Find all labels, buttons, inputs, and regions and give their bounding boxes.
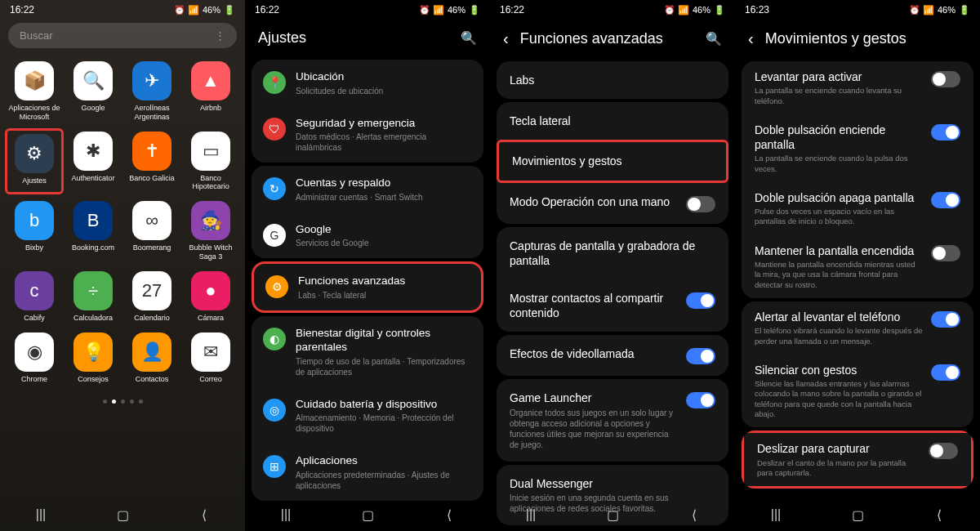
item-title: Movimientos y gestos bbox=[512, 154, 713, 168]
toggle-switch[interactable] bbox=[931, 124, 960, 141]
header: ‹ Movimientos y gestos bbox=[735, 20, 980, 58]
settings-item[interactable]: ◐Bienestar digital y controles parentale… bbox=[252, 316, 483, 387]
toggle-switch[interactable] bbox=[686, 292, 715, 309]
recents-button[interactable]: ||| bbox=[33, 506, 49, 523]
home-button[interactable]: ▢ bbox=[849, 506, 866, 523]
app-label: Aerolíneas Argentinas bbox=[124, 104, 180, 122]
app-calendario[interactable]: 27Calendario bbox=[122, 268, 181, 326]
settings-item[interactable]: Tecla lateral bbox=[497, 102, 728, 140]
toggle-switch[interactable] bbox=[686, 196, 715, 212]
toggle-switch[interactable] bbox=[686, 392, 715, 408]
app-banco-hipotecario[interactable]: ▭Banco Hipotecario bbox=[181, 128, 240, 195]
settings-item[interactable]: Levantar para activarLa pantalla se enci… bbox=[742, 61, 973, 114]
back-icon[interactable]: ‹ bbox=[503, 29, 509, 48]
recents-button[interactable]: ||| bbox=[768, 506, 784, 523]
status-time: 16:22 bbox=[10, 4, 34, 16]
item-subtitle: Datos médicos · Alertas emergencia inalá… bbox=[296, 132, 472, 153]
settings-item[interactable]: Silenciar con gestosSilencie las llamada… bbox=[742, 355, 973, 428]
settings-item[interactable]: 🛡Seguridad y emergenciaDatos médicos · A… bbox=[252, 106, 483, 163]
app-booking.com[interactable]: BBooking.com bbox=[64, 198, 122, 265]
settings-item[interactable]: 📍UbicaciónSolicitudes de ubicación bbox=[252, 60, 483, 106]
settings-item[interactable]: Capturas de pantalla y grabadora de pant… bbox=[497, 227, 728, 279]
app-ajustes[interactable]: ⚙Ajustes bbox=[5, 128, 64, 195]
app-icon: ⚙ bbox=[15, 134, 54, 173]
item-subtitle: Silencie las llamadas entrantes y las al… bbox=[755, 379, 923, 419]
recents-button[interactable]: ||| bbox=[278, 506, 294, 523]
more-icon[interactable]: ⋮ bbox=[215, 29, 225, 42]
toggle-switch[interactable] bbox=[931, 364, 960, 381]
toggle-switch[interactable] bbox=[929, 443, 958, 459]
item-title: Cuidado batería y dispositivo bbox=[296, 397, 472, 412]
toggle-switch[interactable] bbox=[686, 348, 715, 364]
app-boomerang[interactable]: ∞Boomerang bbox=[122, 198, 181, 265]
header: Ajustes 🔍 bbox=[245, 20, 490, 56]
settings-item[interactable]: GGoogleServicios de Google bbox=[252, 212, 483, 259]
app-aerolíneas-argentinas[interactable]: ✈Aerolíneas Argentinas bbox=[122, 58, 181, 125]
settings-item[interactable]: Movimientos y gestos bbox=[497, 140, 728, 182]
home-button[interactable]: ▢ bbox=[114, 506, 131, 523]
app-label: Bixby bbox=[25, 243, 43, 252]
app-bubble-witch-saga-3[interactable]: 🧙Bubble Witch Saga 3 bbox=[181, 198, 240, 265]
toggle-switch[interactable] bbox=[931, 192, 960, 208]
settings-item[interactable]: Efectos de videollamada bbox=[497, 335, 728, 376]
settings-item[interactable]: Deslizar para capturarDeslizar el canto … bbox=[742, 431, 973, 489]
item-subtitle: Organice todos sus juegos en un solo lug… bbox=[510, 408, 678, 450]
app-label: Chrome bbox=[21, 375, 47, 384]
app-authenticator[interactable]: ✱Authenticator bbox=[64, 128, 122, 195]
item-subtitle: Almacenamiento · Memoria · Protección de… bbox=[296, 413, 472, 434]
nav-bar: ||| ▢ ⟨ bbox=[0, 498, 245, 531]
toggle-switch[interactable] bbox=[931, 311, 960, 328]
back-button[interactable]: ⟨ bbox=[196, 506, 212, 523]
search-input[interactable]: Buscar ⋮ bbox=[8, 23, 237, 48]
app-label: Boomerang bbox=[133, 243, 172, 252]
app-google[interactable]: 🔍Google bbox=[64, 58, 122, 125]
app-calculadora[interactable]: ÷Calculadora bbox=[64, 268, 122, 326]
app-cabify[interactable]: cCabify bbox=[5, 268, 64, 326]
app-consejos[interactable]: 💡Consejos bbox=[64, 329, 122, 387]
settings-item[interactable]: Mantener la pantalla encendidaMantiene l… bbox=[742, 235, 973, 298]
item-title: Game Launcher bbox=[510, 390, 678, 405]
settings-item[interactable]: Alertar al levantar el teléfonoEl teléfo… bbox=[742, 301, 973, 355]
item-icon: ⊞ bbox=[263, 455, 286, 478]
app-correo[interactable]: ✉Correo bbox=[181, 329, 240, 387]
settings-item[interactable]: Doble pulsación enciende pantallaLa pant… bbox=[742, 114, 973, 182]
status-time: 16:22 bbox=[255, 4, 279, 16]
app-drawer-screen: 16:22 ⏰ 📶 46%🔋 Buscar ⋮ 📦Aplicaciones de… bbox=[0, 0, 245, 531]
item-icon: 🛡 bbox=[263, 118, 286, 141]
settings-item[interactable]: ⊞AplicacionesAplicaciones predeterminada… bbox=[252, 444, 483, 501]
settings-screen: 16:22 ⏰ 📶 46%🔋 Ajustes 🔍 📍UbicaciónSolic… bbox=[245, 0, 490, 531]
settings-item[interactable]: Mostrar contactos al compartir contenido bbox=[497, 279, 728, 332]
back-button[interactable]: ⟨ bbox=[441, 506, 457, 523]
app-contactos[interactable]: 👤Contactos bbox=[122, 329, 181, 387]
settings-item[interactable]: ⚙Funciones avanzadasLabs · Tecla lateral bbox=[254, 264, 481, 310]
settings-item[interactable]: Game LauncherOrganice todos sus juegos e… bbox=[497, 379, 728, 461]
app-icon: b bbox=[15, 201, 54, 240]
settings-item[interactable]: Doble pulsación apaga pantallaPulse dos … bbox=[742, 182, 973, 235]
app-banco-galicia[interactable]: ✝Banco Galicia bbox=[122, 128, 181, 195]
settings-item[interactable]: Labs bbox=[497, 61, 728, 99]
app-chrome[interactable]: ◉Chrome bbox=[5, 329, 64, 387]
app-bixby[interactable]: bBixby bbox=[5, 198, 64, 265]
back-icon[interactable]: ‹ bbox=[748, 29, 754, 48]
search-icon[interactable]: 🔍 bbox=[706, 31, 722, 47]
item-subtitle: Servicios de Google bbox=[296, 238, 472, 248]
home-button[interactable]: ▢ bbox=[359, 506, 376, 523]
page-title: Funciones avanzadas bbox=[520, 30, 694, 47]
item-subtitle: Deslizar el canto de la mano por la pant… bbox=[757, 458, 920, 479]
toggle-switch[interactable] bbox=[931, 245, 960, 261]
item-icon: ⚙ bbox=[265, 275, 288, 298]
status-bar: 16:22 ⏰ 📶 46%🔋 bbox=[490, 0, 735, 20]
search-icon[interactable]: 🔍 bbox=[461, 30, 477, 46]
settings-item[interactable]: ◎Cuidado batería y dispositivoAlmacenami… bbox=[252, 387, 483, 444]
home-button[interactable]: ▢ bbox=[604, 506, 621, 523]
app-cámara[interactable]: ●Cámara bbox=[181, 268, 240, 326]
toggle-switch[interactable] bbox=[931, 71, 960, 87]
app-aplicaciones-de-microsoft[interactable]: 📦Aplicaciones de Microsoft bbox=[5, 58, 64, 125]
app-airbnb[interactable]: ▲Airbnb bbox=[181, 58, 240, 125]
settings-item[interactable]: Modo Operación con una mano bbox=[497, 183, 728, 224]
status-bar: 16:22 ⏰ 📶 46%🔋 bbox=[0, 0, 245, 20]
recents-button[interactable]: ||| bbox=[523, 506, 539, 523]
back-button[interactable]: ⟨ bbox=[931, 506, 947, 523]
settings-item[interactable]: ↻Cuentas y respaldoAdministrar cuentas ·… bbox=[252, 166, 483, 212]
back-button[interactable]: ⟨ bbox=[686, 506, 702, 523]
